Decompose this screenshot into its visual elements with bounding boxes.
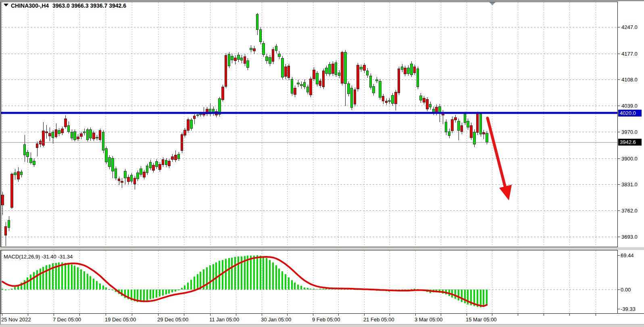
- macd-bar: [24, 280, 25, 290]
- macd-bar: [319, 289, 321, 290]
- indicator-label: MACD(12,26,9) -31.40 -31.34: [4, 254, 73, 260]
- candle-body: [401, 67, 403, 70]
- macd-bar: [40, 269, 41, 290]
- price-tick-label: 3970.0: [621, 129, 638, 135]
- candle-body: [388, 100, 391, 102]
- panel-splitter[interactable]: [0, 247, 644, 250]
- candle-body: [445, 122, 447, 132]
- macd-bar: [266, 258, 267, 290]
- price-tick-label: 3900.0: [621, 156, 638, 162]
- candle-body: [366, 71, 369, 75]
- candle-body: [187, 120, 190, 130]
- candle-body: [190, 120, 193, 129]
- candle-body: [240, 58, 243, 60]
- candle-body: [52, 132, 54, 137]
- macd-bar: [275, 265, 277, 290]
- macd-bar: [93, 279, 94, 290]
- macd-bar: [14, 287, 16, 290]
- macd-bar: [234, 257, 236, 290]
- candle-body: [451, 119, 454, 131]
- candle-body: [61, 129, 64, 133]
- candle-body: [432, 109, 435, 112]
- macd-bar: [165, 290, 167, 294]
- candle-body: [382, 96, 384, 101]
- macd-bar: [325, 289, 327, 290]
- candle-body: [108, 158, 111, 167]
- macd-bar: [194, 277, 195, 290]
- macd-bar: [231, 258, 233, 290]
- macd-bar: [247, 256, 248, 290]
- macd-bar: [143, 290, 145, 301]
- candle-body: [162, 160, 164, 165]
- candle-body: [376, 79, 378, 81]
- candle-body: [90, 129, 92, 138]
- macd-bar: [171, 290, 173, 292]
- candle-body: [486, 133, 488, 142]
- candle-body: [417, 69, 419, 87]
- candle-body: [313, 70, 315, 79]
- time-tick-label: 11 Jan 05:00: [209, 317, 239, 323]
- candle-body: [354, 90, 356, 104]
- candle-body: [420, 96, 422, 100]
- price-tick-label: 4177.0: [621, 51, 638, 57]
- chart-plot-area[interactable]: [1, 2, 618, 247]
- candle-body: [222, 87, 224, 100]
- candle-body: [112, 158, 114, 171]
- candle-body: [193, 116, 196, 119]
- macd-bar: [65, 263, 66, 290]
- candle-body: [272, 49, 274, 61]
- macd-bar: [206, 267, 208, 290]
- chart-window: 4247.04177.04108.04039.03970.03900.03831…: [0, 0, 644, 327]
- candle-body: [357, 65, 359, 89]
- macd-bar: [46, 265, 47, 290]
- ohlc-readout: 3963.0 3966.3 3936.7 3942.6: [52, 2, 126, 9]
- macd-bar: [162, 290, 164, 296]
- macd-bar: [316, 289, 318, 290]
- macd-bar: [146, 290, 148, 300]
- macd-bar: [168, 290, 170, 294]
- macd-bar: [209, 265, 211, 290]
- macd-bar: [140, 290, 142, 302]
- candle-body: [288, 66, 290, 78]
- macd-bar: [49, 265, 50, 290]
- candle-body: [105, 148, 108, 162]
- candle-body: [373, 86, 375, 93]
- candle-body: [423, 98, 425, 102]
- candle-body: [407, 68, 410, 73]
- macd-bar: [304, 287, 305, 290]
- candle-body: [156, 161, 158, 167]
- candle-body: [454, 117, 457, 120]
- candle-body: [297, 83, 300, 84]
- time-tick-label: 15 Mar 05:00: [466, 317, 497, 323]
- candle-body: [20, 172, 23, 175]
- macd-bar: [61, 262, 63, 290]
- candle-body: [49, 133, 51, 136]
- candle-body: [398, 69, 400, 93]
- current-price-badge-label: 3942.6: [620, 139, 636, 145]
- current-price-badge: 3942.6: [618, 139, 642, 146]
- window-bottom-edge: [0, 324, 644, 327]
- macd-bar: [156, 290, 157, 298]
- candle-body: [225, 55, 227, 86]
- candle-body: [238, 55, 240, 59]
- candle-body: [253, 49, 256, 51]
- macd-bar: [253, 256, 255, 290]
- candle-body: [83, 132, 85, 133]
- candle-body: [275, 46, 277, 50]
- macd-tick-label: 69.44: [621, 252, 634, 258]
- candle-body: [247, 61, 249, 68]
- macd-bar: [112, 290, 113, 290]
- candle-body: [411, 64, 413, 75]
- candle-body: [360, 67, 363, 69]
- macd-bar: [184, 285, 185, 290]
- symbol-period-label: CHINA300-,H4: [11, 2, 49, 9]
- candle-body: [329, 65, 331, 74]
- candle-body: [467, 121, 469, 127]
- candle-body: [8, 221, 10, 228]
- candle-body: [168, 161, 171, 166]
- macd-bar: [263, 256, 264, 290]
- candle-body: [143, 172, 146, 177]
- macd-bar: [228, 258, 230, 290]
- candle-body: [429, 104, 431, 107]
- candle-body: [127, 177, 130, 182]
